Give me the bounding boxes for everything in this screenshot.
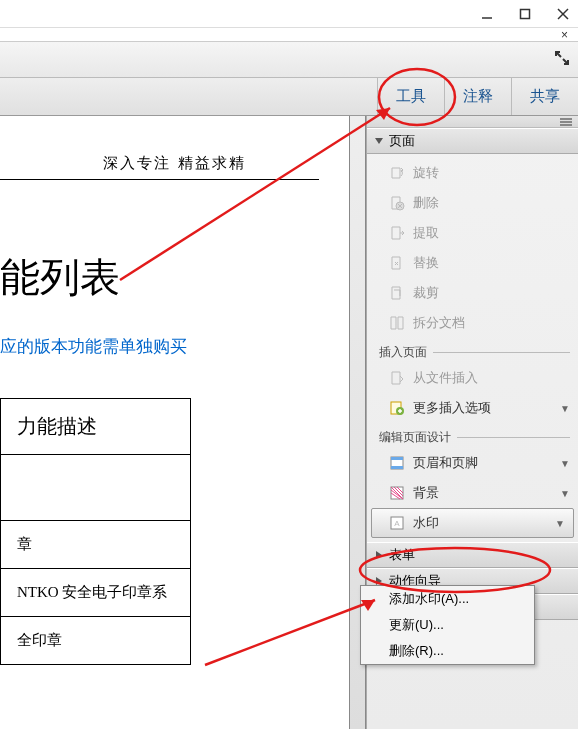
- watermark-icon: A: [389, 515, 405, 531]
- rotate-icon: [389, 165, 405, 181]
- subheader-insert: 插入页面: [367, 338, 578, 363]
- close-button[interactable]: [556, 7, 570, 21]
- pin-close-icon[interactable]: ×: [561, 30, 568, 40]
- insert-file-icon: [389, 370, 405, 386]
- item-label: 替换: [413, 254, 439, 272]
- item-background[interactable]: 背景 ▼: [367, 478, 578, 508]
- item-label: 拆分文档: [413, 314, 465, 332]
- subheader-edit: 编辑页面设计: [367, 423, 578, 448]
- svg-text:A: A: [394, 519, 400, 528]
- tab-tools[interactable]: 工具: [377, 78, 444, 115]
- pin-row: ×: [0, 28, 578, 42]
- chevron-right-icon: [376, 551, 382, 559]
- panel-grip[interactable]: [367, 116, 578, 128]
- item-header-footer[interactable]: 页眉和页脚 ▼: [367, 448, 578, 478]
- ctx-update-watermark[interactable]: 更新(U)...: [361, 612, 534, 638]
- doc-table: 力能描述 章 NTKO 安全电子印章系 全印章: [0, 398, 191, 665]
- ctx-add-watermark[interactable]: 添加水印(A)...: [361, 586, 534, 612]
- item-label: 背景: [413, 484, 439, 502]
- item-insert-file: 从文件插入: [367, 363, 578, 393]
- doc-link-text[interactable]: 应的版本功能需单独购买: [0, 335, 349, 358]
- item-crop: 裁剪: [367, 278, 578, 308]
- chevron-down-icon: [375, 138, 383, 144]
- item-delete: 删除: [367, 188, 578, 218]
- item-label: 删除: [413, 194, 439, 212]
- svg-rect-4: [560, 118, 572, 120]
- doc-tagline: 深入专注 精益求精: [0, 146, 349, 179]
- window-titlebar: [0, 0, 578, 28]
- item-label: 裁剪: [413, 284, 439, 302]
- split-icon: [389, 315, 405, 331]
- chevron-down-icon: ▼: [560, 403, 570, 414]
- tabs-row: 工具 注释 共享: [0, 78, 578, 116]
- tab-comments[interactable]: 注释: [444, 78, 511, 115]
- chevron-down-icon: ▼: [560, 488, 570, 499]
- doc-title: 能列表: [0, 250, 349, 305]
- item-label: 从文件插入: [413, 369, 478, 387]
- table-cell: 章: [1, 521, 191, 569]
- svg-rect-5: [560, 121, 572, 123]
- table-cell: 全印章: [1, 617, 191, 665]
- section-pages-body: 旋转 删除 提取 替换 裁剪 拆分文档 插入页面: [367, 154, 578, 542]
- header-footer-icon: [389, 455, 405, 471]
- document-view: 深入专注 精益求精 能列表 应的版本功能需单独购买 力能描述 章 NTKO 安全…: [0, 116, 350, 729]
- crop-icon: [389, 285, 405, 301]
- item-label: 页眉和页脚: [413, 454, 478, 472]
- table-cell: 力能描述: [1, 399, 191, 455]
- chevron-down-icon: ▼: [555, 518, 565, 529]
- toolbar-chrome: [0, 42, 578, 78]
- item-watermark[interactable]: A 水印 ▼: [371, 508, 574, 538]
- item-split: 拆分文档: [367, 308, 578, 338]
- item-label: 更多插入选项: [413, 399, 491, 417]
- ctx-remove-watermark[interactable]: 删除(R)...: [361, 638, 534, 664]
- background-icon: [389, 485, 405, 501]
- item-more-insert[interactable]: 更多插入选项 ▼: [367, 393, 578, 423]
- svg-rect-6: [560, 124, 572, 126]
- section-label: 表单: [389, 546, 415, 564]
- item-label: 旋转: [413, 164, 439, 182]
- fullscreen-icon[interactable]: [554, 50, 570, 70]
- section-forms[interactable]: 表单: [367, 542, 578, 568]
- chevron-right-icon: [376, 577, 382, 585]
- item-label: 水印: [413, 514, 439, 532]
- replace-icon: [389, 255, 405, 271]
- section-pages[interactable]: 页面: [367, 128, 578, 154]
- watermark-context-menu: 添加水印(A)... 更新(U)... 删除(R)...: [360, 585, 535, 665]
- item-label: 提取: [413, 224, 439, 242]
- section-label: 页面: [389, 132, 415, 150]
- extract-icon: [389, 225, 405, 241]
- table-cell: [1, 455, 191, 521]
- svg-rect-12: [391, 466, 403, 469]
- item-rotate: 旋转: [367, 158, 578, 188]
- tab-share[interactable]: 共享: [511, 78, 578, 115]
- maximize-button[interactable]: [518, 7, 532, 21]
- delete-page-icon: [389, 195, 405, 211]
- more-insert-icon: [389, 400, 405, 416]
- item-replace: 替换: [367, 248, 578, 278]
- minimize-button[interactable]: [480, 7, 494, 21]
- chevron-down-icon: ▼: [560, 458, 570, 469]
- svg-rect-11: [391, 457, 403, 460]
- item-extract: 提取: [367, 218, 578, 248]
- svg-rect-1: [521, 9, 530, 18]
- table-cell: NTKO 安全电子印章系: [1, 569, 191, 617]
